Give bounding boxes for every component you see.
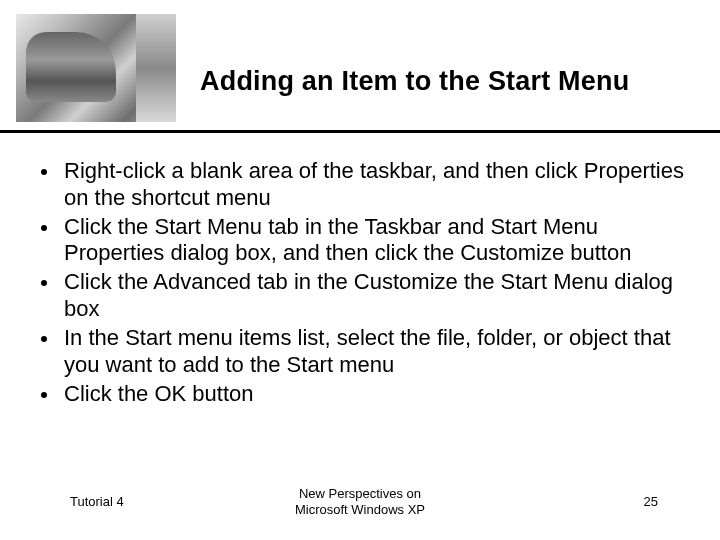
divider: [0, 130, 720, 133]
footer-center: New Perspectives on Microsoft Windows XP: [0, 486, 720, 517]
bullet-list: Right-click a blank area of the taskbar,…: [34, 158, 686, 407]
footer-center-line1: New Perspectives on: [0, 486, 720, 502]
list-item: Right-click a blank area of the taskbar,…: [60, 158, 686, 212]
header-image: [16, 14, 176, 122]
list-item: In the Start menu items list, select the…: [60, 325, 686, 379]
page-number: 25: [644, 494, 658, 509]
slide-header: Adding an Item to the Start Menu: [0, 0, 720, 130]
list-item: Click the OK button: [60, 381, 686, 408]
slide-footer: Tutorial 4 New Perspectives on Microsoft…: [0, 484, 720, 524]
slide-title: Adding an Item to the Start Menu: [200, 66, 700, 97]
slide: Adding an Item to the Start Menu Right-c…: [0, 0, 720, 540]
footer-center-line2: Microsoft Windows XP: [0, 502, 720, 518]
list-item: Click the Advanced tab in the Customize …: [60, 269, 686, 323]
slide-body: Right-click a blank area of the taskbar,…: [34, 158, 686, 409]
list-item: Click the Start Menu tab in the Taskbar …: [60, 214, 686, 268]
